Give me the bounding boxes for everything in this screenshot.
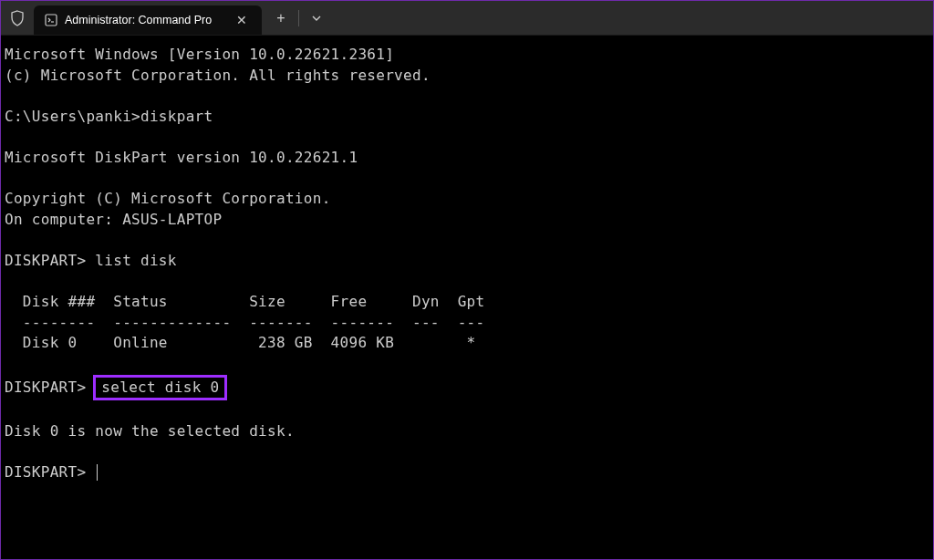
command-diskpart: diskpart [140, 108, 213, 125]
svg-rect-0 [46, 15, 57, 26]
highlighted-command: select disk 0 [93, 375, 227, 401]
version-line: Microsoft Windows [Version 10.0.22621.23… [5, 46, 394, 63]
select-result: Disk 0 is now the selected disk. [5, 422, 295, 440]
prompt-diskpart: DISKPART> [5, 379, 86, 396]
diskpart-version: Microsoft DiskPart version 10.0.22621.1 [5, 149, 358, 166]
terminal-output[interactable]: Microsoft Windows [Version 10.0.22621.23… [1, 36, 933, 492]
tab-dropdown-button[interactable] [301, 4, 332, 33]
tab-close-button[interactable]: ✕ [231, 11, 253, 29]
titlebar: Administrator: Command Pro ✕ + [1, 1, 933, 36]
tab-active[interactable]: Administrator: Command Pro ✕ [34, 5, 262, 35]
command-list-disk: list disk [95, 252, 176, 269]
new-tab-button[interactable]: + [265, 4, 296, 33]
table-header: Disk ### Status Size Free Dyn Gpt [5, 293, 484, 310]
prompt-diskpart: DISKPART> [5, 463, 95, 481]
table-row: Disk 0 Online 238 GB 4096 KB * [5, 334, 476, 351]
cursor [97, 464, 98, 481]
computer-name: On computer: ASUS-LAPTOP [5, 211, 222, 228]
copyright-line: (c) Microsoft Corporation. All rights re… [5, 67, 431, 84]
prompt-user: C:\Users\panki> [5, 108, 140, 125]
tab-actions: + [265, 1, 332, 35]
tab-title: Administrator: Command Pro [65, 14, 231, 26]
prompt-diskpart: DISKPART> [5, 252, 95, 269]
table-divider: -------- ------------- ------- ------- -… [5, 314, 484, 331]
terminal-icon [45, 14, 57, 26]
divider [298, 10, 299, 26]
command-select-disk: select disk 0 [101, 379, 219, 396]
app-shield-icon [1, 10, 34, 26]
diskpart-copyright: Copyright (C) Microsoft Corporation. [5, 190, 331, 207]
